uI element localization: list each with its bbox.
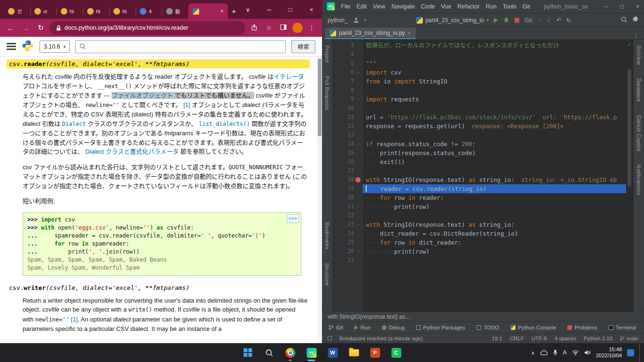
menu-item-navigate[interactable]: Navigate [392,3,415,10]
tab-options-icon[interactable]: ⋮ [629,33,644,39]
status-message[interactable]: Breakpoint reached (a minute ago) [339,336,423,341]
fold-icon[interactable]: − [356,140,360,148]
editor-line[interactable]: 14−if response.status_code != 200: [333,140,626,148]
address-bar[interactable]: docs.python.org/ja/3/library/csv.html#cs… [50,21,245,35]
fold-icon[interactable]: − [356,247,360,256]
search-everywhere-icon[interactable] [621,16,627,24]
git-rollback-icon[interactable]: ↶ [556,17,561,24]
stop-button[interactable] [515,18,519,23]
tool-button-terminal[interactable]: Terminal [609,325,636,330]
editor-line[interactable]: 4 [333,50,626,59]
new-tab-button[interactable]: + [231,5,237,17]
git-branch[interactable]: main [620,336,638,341]
settings-gear-icon[interactable] [632,16,638,24]
tool-button-debug[interactable]: Debug [382,325,405,330]
minimize-button[interactable]: ─ [258,0,280,19]
editor-line[interactable]: 17 [333,166,626,175]
tool-button-python-console[interactable]: Python Console [510,325,556,330]
menu-item-edit[interactable]: Edit [356,3,367,10]
browser-tab[interactable]: ht [109,3,136,19]
show-desktop-button[interactable] [639,343,641,362]
side-panel-icon[interactable] [278,24,289,32]
browser-tab[interactable]: ht [83,3,109,19]
encoding[interactable]: UTF-8 [531,336,547,341]
doc-link[interactable]: [1] [71,316,78,323]
tool-stripe-github-copilot[interactable]: GitHub Copilot [636,115,642,151]
docs-search-input[interactable] [75,40,286,53]
close-button[interactable]: × [636,3,639,10]
run-config-select[interactable]: part4_23_csv_string_io ▾ [416,17,489,24]
editor-line[interactable]: 12response = requests.get(url)response: … [333,122,626,131]
tool-button-todo[interactable]: TODO [476,325,499,330]
fold-icon[interactable]: − [356,68,360,77]
editor-line[interactable]: 11url = 'https://flask.pc5bai.com/stock/… [333,113,626,122]
maximize-button[interactable]: □ [620,3,624,10]
editor-line[interactable]: 16····exit(1) [333,157,626,166]
forward-button[interactable]: → [20,24,32,32]
browser-tab[interactable]: 新 [162,3,188,19]
breakpoint-icon[interactable] [355,177,361,182]
editor-line[interactable]: 27 [333,256,626,265]
wifi-icon[interactable] [572,350,579,355]
taskbar-word-button[interactable]: W [323,343,342,362]
fold-icon[interactable]: − [356,95,360,104]
taskbar-pycharm-button[interactable]: PC [302,343,321,362]
editor-line[interactable]: 25····for row in dict_reader: [333,238,626,247]
git-refresh-icon[interactable]: ↻ [566,17,571,24]
editor-line[interactable]: 18with StringIO(response.text) as string… [333,175,626,184]
taskbar-search-button[interactable] [260,343,279,362]
fold-icon[interactable]: − [356,220,360,229]
bookmark-star-icon[interactable]: ☆ [263,24,274,32]
git-update-icon[interactable]: ↓ [539,17,541,24]
doc-link[interactable]: ファイルオブジェクト [112,92,173,99]
menu-item-refactor[interactable]: Refactor [458,3,480,10]
menu-item-git[interactable]: Git [523,3,530,10]
inspections-ok-icon[interactable]: ✓ [628,41,632,48]
editor-line[interactable]: 8 [333,86,626,95]
menu-item-run[interactable]: Run [486,3,497,10]
tool-stripe-project[interactable]: Project [324,45,330,63]
editor-line[interactable]: 24····dict_reader = csv.DictReader(strin… [333,229,626,238]
editor-line[interactable]: 7from io import StringIO [333,77,626,86]
tool-button-python-packages[interactable]: Python Packages [416,325,466,330]
active-browser-tab[interactable]: × [188,3,228,19]
tool-stripe-bookmarks[interactable]: Bookmarks [324,222,330,250]
taskbar-chrome-button[interactable] [281,343,300,362]
menu-item-tools[interactable]: Tools [503,3,516,10]
editor-scrollbar[interactable] [628,69,631,187]
menu-item-view[interactable]: View [373,3,386,10]
browser-tab[interactable]: 4 [136,3,162,19]
breadcrumbs[interactable]: with StringIO(response.text) as... [322,312,644,321]
hidden-icons-chevron[interactable]: ∧ [531,350,534,355]
editor-line[interactable]: 9−import requests [333,95,626,104]
onedrive-cloud-icon[interactable] [540,350,547,355]
fold-icon[interactable]: − [356,202,360,211]
editor-line[interactable]: 5""" [333,59,626,68]
doc-link[interactable]: Dialect [62,121,86,127]
tool-stripe-database[interactable]: Database [636,78,642,102]
browser-tab[interactable]: ガ [4,3,30,19]
browser-menu-icon[interactable]: ⋮ [306,24,317,32]
reload-button[interactable]: ↻ [35,24,47,32]
indent-style[interactable]: 4 spaces [555,336,576,341]
start-button[interactable] [239,343,258,362]
tool-stripe-structure[interactable]: Structure [324,263,330,286]
menu-item-code[interactable]: Code [421,3,435,10]
menu-icon[interactable] [7,41,16,52]
share-icon[interactable] [249,24,260,32]
taskbar-clock[interactable]: 15:48 2022/10/04 [596,346,622,359]
editor-line[interactable]: 15····print(response.status_code) [333,148,626,157]
tool-stripe-sciview[interactable]: SciView [636,45,642,65]
close-button[interactable]: × [301,0,322,19]
editor-line[interactable]: 20····for row in reader: [333,193,626,202]
prompt-toggle-button[interactable]: >>> [287,214,299,223]
code-editor[interactable]: 3取得元が、ローカルのファイルではなく、レスポンスボディとなっただけ45"""6… [333,40,626,312]
browser-tab[interactable]: ht [56,3,83,19]
caret-position[interactable]: 19:1 [492,336,502,341]
taskbar-explorer-button[interactable] [345,343,363,362]
editor-tab[interactable]: part4_23_csv_string_io.py × [325,27,416,39]
doc-link[interactable]: [1] [183,101,190,108]
tab-close-icon[interactable]: × [408,30,411,36]
notification-icon[interactable] [627,349,634,356]
tool-button-problems[interactable]: Problems [567,325,597,330]
